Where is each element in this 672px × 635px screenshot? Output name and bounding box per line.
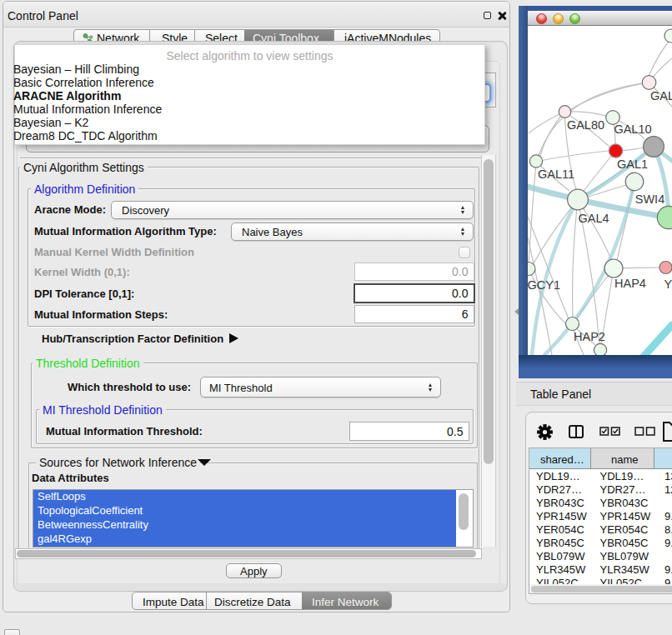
- svg-text:SWI4: SWI4: [635, 192, 664, 206]
- svg-text:YML: YML: [664, 278, 672, 291]
- svg-text:GAL4: GAL4: [578, 212, 609, 225]
- svg-text:GAL1: GAL1: [617, 158, 648, 171]
- svg-text:HAP4: HAP4: [614, 277, 646, 290]
- svg-text:GAL80: GAL80: [567, 118, 604, 132]
- svg-text:GCY1: GCY1: [528, 278, 560, 292]
- svg-text:GAL2: GAL2: [650, 89, 672, 102]
- svg-text:GAL11: GAL11: [538, 168, 574, 181]
- svg-text:HAP2: HAP2: [574, 330, 605, 343]
- svg-text:GAL10: GAL10: [614, 122, 651, 136]
